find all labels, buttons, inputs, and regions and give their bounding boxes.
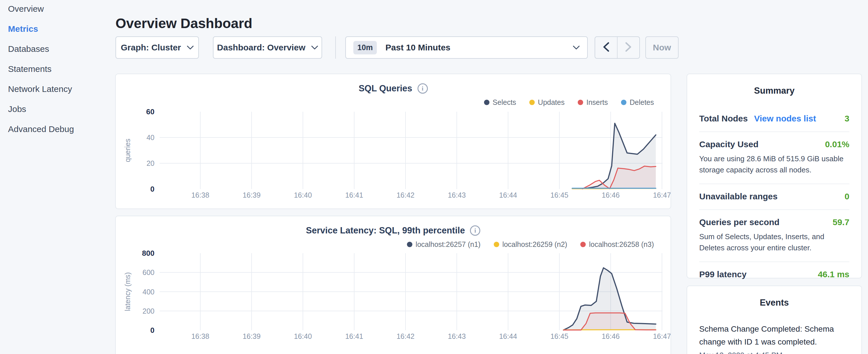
svg-text:20: 20 [147,159,154,167]
sql-queries-chart-plot[interactable]: 16:3816:3916:4016:4116:4216:4316:4416:45… [116,74,671,208]
summary-row-value: 3 [844,114,849,123]
time-step-buttons [595,36,640,59]
svg-text:600: 600 [143,268,154,277]
service-latency-chart-plot[interactable]: 16:3816:3916:4016:4116:4216:4316:4416:45… [116,216,671,354]
summary-row-unavailable-ranges: Unavailable ranges 0 [699,192,849,201]
time-range-label: Past 10 Minutes [385,43,451,53]
svg-text:16:42: 16:42 [397,332,415,340]
page-title: Overview Dashboard [116,15,252,31]
divider [699,261,849,262]
sidebar-item-databases[interactable]: Databases [0,45,115,53]
step-forward-button[interactable] [617,37,639,58]
svg-text:16:46: 16:46 [602,332,620,340]
svg-text:800: 800 [142,249,154,257]
chevron-right-icon [625,42,631,53]
sidebar-item-network-latency[interactable]: Network Latency [0,85,115,93]
event-item-text: Schema Change Completed: Schema change w… [699,323,849,349]
controls-divider [335,36,336,59]
svg-text:16:47: 16:47 [653,332,671,340]
divider [699,210,849,210]
summary-row-value: 59.7 [833,217,849,227]
sidebar-item-metrics[interactable]: Metrics [0,25,115,33]
summary-row-label: P99 latency [699,269,746,279]
time-range-dropdown[interactable]: 10m Past 10 Minutes [345,36,588,59]
svg-text:16:39: 16:39 [243,191,261,199]
svg-text:16:38: 16:38 [191,332,210,340]
summary-card: Summary Total Nodes View nodes list 3 Ca… [687,74,862,279]
summary-row-queries-per-second: Queries per second 59.7 [699,217,849,227]
svg-text:16:43: 16:43 [448,332,466,340]
dashboard-dropdown-label: Dashboard: Overview [217,43,305,53]
svg-text:16:38: 16:38 [191,191,210,199]
svg-text:16:46: 16:46 [602,191,620,199]
sidebar-item-jobs[interactable]: Jobs [0,105,115,114]
service-latency-chart-card: Service Latency: SQL, 99th percentile i … [115,216,671,354]
summary-row-label: Unavailable ranges [699,192,777,201]
chevron-down-icon [187,45,194,50]
summary-row-label: Total Nodes [699,114,748,123]
svg-text:0: 0 [150,185,154,193]
event-item-timestamp: May 13, 2020 at 4:45 PM [699,351,849,354]
time-range-badge: 10m [353,41,377,55]
svg-text:16:45: 16:45 [551,332,568,340]
svg-text:16:45: 16:45 [551,191,568,199]
summary-title: Summary [699,86,849,96]
svg-text:16:42: 16:42 [397,191,415,199]
svg-text:40: 40 [147,133,154,141]
sidebar-nav: OverviewMetricsDatabasesStatementsNetwor… [0,0,115,354]
sql-queries-chart-card: SQL Queries i SelectsUpdatesInsertsDelet… [115,74,671,209]
divider [699,131,849,132]
chevron-down-icon [573,45,580,50]
svg-text:0: 0 [150,326,154,334]
sidebar-item-advanced-debug[interactable]: Advanced Debug [0,125,115,133]
summary-row-subtext: Sum of Selects, Updates, Inserts, and De… [699,231,849,254]
svg-text:16:40: 16:40 [294,332,312,340]
graph-scope-dropdown-label: Graph: Cluster [121,43,181,53]
summary-row-label: Queries per second [699,217,779,227]
summary-row-value: 0 [844,192,849,201]
svg-text:60: 60 [146,107,154,116]
summary-row-value: 0.01% [825,139,849,149]
svg-text:16:44: 16:44 [499,332,517,340]
summary-row-value: 46.1 ms [818,269,849,279]
svg-text:400: 400 [143,288,154,296]
dashboard-dropdown[interactable]: Dashboard: Overview [213,36,322,59]
view-nodes-list-link[interactable]: View nodes list [754,114,816,123]
summary-row-total-nodes: Total Nodes View nodes list 3 [699,114,849,123]
chevron-down-icon [311,45,318,50]
controls-row: Graph: Cluster Dashboard: Overview 10m P… [116,36,679,59]
graph-scope-dropdown[interactable]: Graph: Cluster [116,36,199,59]
now-button[interactable]: Now [645,36,679,59]
summary-row-subtext: You are using 28.6 MiB of 515.9 GiB usab… [699,153,849,175]
sidebar-item-overview[interactable]: Overview [0,5,115,13]
svg-text:16:41: 16:41 [345,332,363,340]
summary-row-p99-latency: P99 latency 46.1 ms [699,269,849,279]
svg-text:16:40: 16:40 [294,191,312,199]
svg-text:latency (ms): latency (ms) [124,272,131,311]
events-title: Events [699,297,849,308]
svg-text:16:47: 16:47 [653,191,671,199]
chevron-left-icon [603,42,609,53]
svg-text:16:39: 16:39 [243,332,261,340]
events-card: Events Schema Change Completed: Schema c… [687,286,862,354]
step-back-button[interactable] [595,37,617,58]
divider [699,184,849,184]
summary-row-label: Capacity Used [699,139,758,149]
svg-text:16:44: 16:44 [499,191,517,199]
summary-row-capacity-used: Capacity Used 0.01% [699,139,849,149]
admin-ui-page: OverviewMetricsDatabasesStatementsNetwor… [0,0,868,354]
sidebar-item-statements[interactable]: Statements [0,65,115,73]
svg-text:16:41: 16:41 [345,191,363,199]
svg-text:200: 200 [143,307,154,315]
svg-text:16:43: 16:43 [448,191,466,199]
svg-text:queries: queries [124,139,131,162]
